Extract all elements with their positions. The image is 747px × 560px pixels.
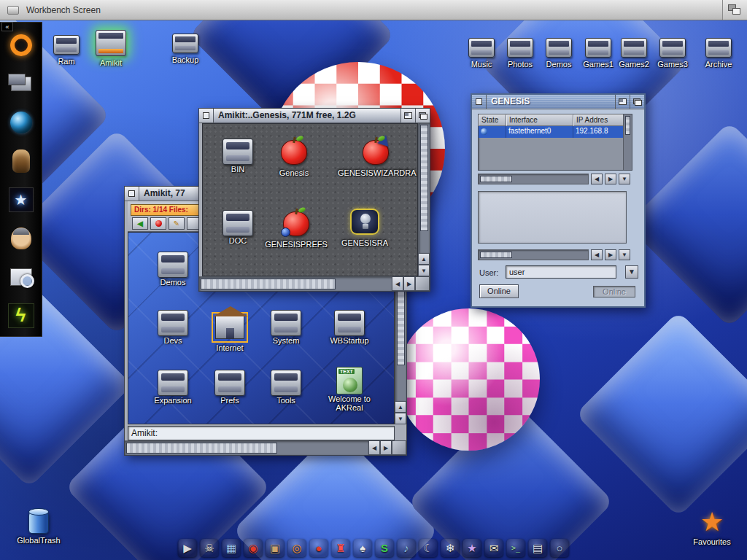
h-scroll-thumb[interactable]	[126, 443, 277, 454]
drawer-icon-internet[interactable]: Internet	[201, 310, 259, 352]
character-icon[interactable]	[5, 146, 37, 176]
close-gadget[interactable]	[472, 95, 487, 109]
scroll-left-button[interactable]: ◀	[392, 276, 403, 291]
scroll-down-button[interactable]: ▼	[395, 413, 406, 424]
user-popup-button[interactable]: ▼	[625, 265, 638, 279]
drawer-icon-wbstartup[interactable]: WBStartup	[320, 310, 379, 345]
dock-skull-icon[interactable]: ☠	[201, 539, 219, 557]
file-icon-genesiswizard[interactable]: GENESISWIZARDRA	[338, 140, 414, 177]
v-scroll-thumb[interactable]	[420, 125, 428, 231]
sparkle-icon[interactable]: ★	[5, 184, 37, 215]
col-header-ip[interactable]: IP Addres	[573, 114, 623, 126]
depth-gadget[interactable]	[415, 109, 430, 122]
dock-marble-icon[interactable]: ◉	[244, 539, 263, 557]
path-string-gadget[interactable]	[128, 426, 395, 440]
depth-gadget[interactable]	[630, 95, 644, 109]
scroll-down-button[interactable]: ▼	[418, 265, 430, 276]
close-gadget[interactable]	[125, 187, 139, 201]
detail-listbox[interactable]	[478, 191, 627, 244]
dock-snowflake-icon[interactable]: ❄	[441, 539, 460, 557]
scroll-left-button[interactable]: ◀	[368, 440, 380, 455]
scroll-left-button[interactable]: ◀	[591, 174, 603, 184]
col-header-interface[interactable]: Interface	[506, 114, 573, 126]
dock-bird-icon[interactable]: ♪	[398, 539, 416, 557]
drawer-icon-doc[interactable]: DOC	[209, 210, 267, 245]
globe-icon[interactable]	[5, 107, 37, 138]
close-gadget[interactable]	[199, 109, 214, 122]
scroll-down-button[interactable]: ▼	[619, 249, 630, 260]
h-scroll-thumb[interactable]	[480, 176, 512, 182]
table-v-scrollbar[interactable]	[623, 114, 632, 170]
dock-calculator-icon[interactable]: ▤	[529, 539, 547, 557]
dock-s-logo-icon[interactable]: S	[376, 539, 394, 557]
favourites-icon[interactable]: ★ Favourites	[684, 509, 740, 546]
table-row-selected[interactable]: fastethernet0 192.168.8	[479, 126, 632, 138]
resize-gadget[interactable]	[415, 276, 430, 291]
scroll-right-button[interactable]: ▶	[403, 276, 415, 291]
scroll-up-button[interactable]: ▲	[395, 401, 406, 413]
col-header-state[interactable]: State	[479, 114, 506, 126]
desktop-icon-backup[interactable]: Backup	[162, 34, 209, 64]
file-icon-genesisra[interactable]: GENESISRA	[336, 209, 394, 247]
file-icon-genesis[interactable]: Genesis	[265, 140, 323, 177]
drawer-titlebar[interactable]: Amikit:..Genesis, 771M free, 1.2G	[199, 109, 430, 123]
drawer-icon-prefs[interactable]: Prefs	[201, 370, 259, 405]
h-scrollbar[interactable]	[478, 249, 589, 260]
scroll-left-button[interactable]: ◀	[591, 249, 603, 260]
h-scroll-thumb[interactable]	[480, 252, 512, 258]
dock-chest-icon[interactable]: ▣	[266, 539, 285, 557]
scroll-up-button[interactable]: ▲	[418, 253, 430, 265]
dock-collapse-handle[interactable]: «	[1, 22, 13, 31]
dock-window-icon[interactable]: ▦	[222, 539, 241, 557]
v-scrollbar[interactable]	[418, 123, 430, 253]
dock-mouse-icon[interactable]: ▶	[179, 539, 197, 557]
h-scrollbar[interactable]	[199, 276, 392, 291]
dock-galaxy-icon[interactable]: ★	[463, 539, 481, 557]
drawer-icon-expansion[interactable]: Expansion	[144, 370, 202, 405]
dock-invader-icon[interactable]: ♜	[332, 539, 350, 557]
screen-titlebar[interactable]: Workbench Screen	[0, 0, 747, 20]
dock-terminal-icon[interactable]: >_	[507, 539, 525, 557]
edit-button[interactable]: ✎	[169, 217, 185, 230]
genesis-titlebar[interactable]: GENESiS	[472, 95, 644, 109]
dock-amikit-ring-icon[interactable]: ◎	[288, 539, 306, 557]
user-face-icon[interactable]	[5, 223, 37, 254]
desktop-icon-games3[interactable]: Games3	[649, 38, 696, 69]
drawer-icon-bin[interactable]: BIN	[209, 139, 267, 174]
amikit-logo-icon[interactable]	[5, 30, 37, 61]
scroll-down-button[interactable]: ▼	[619, 174, 630, 184]
global-trash-icon[interactable]: GlobalTrash	[13, 510, 64, 545]
scroll-right-button[interactable]: ▶	[605, 174, 616, 184]
file-icon-welcome[interactable]: Welcome to AKReal	[320, 367, 379, 412]
h-scrollbar[interactable]	[478, 174, 589, 184]
resize-gadget[interactable]	[392, 440, 406, 455]
dock-boing-ball-icon[interactable]: ●	[310, 539, 328, 557]
search-window-icon[interactable]	[5, 262, 37, 292]
user-input[interactable]	[506, 265, 616, 279]
desktop-icon-ram[interactable]: Ram	[43, 35, 90, 66]
dock-paw-icon[interactable]: ♠	[354, 539, 372, 557]
drawer-icon-demos[interactable]: Demos	[144, 252, 202, 287]
desktop-icon-amikit[interactable]: Amikit	[88, 30, 134, 67]
scroll-right-button[interactable]: ▶	[380, 440, 392, 455]
screen-depth-gadget[interactable]	[722, 0, 747, 20]
info-button[interactable]	[150, 217, 166, 230]
online-button[interactable]: Online	[479, 284, 519, 298]
zoom-gadget[interactable]	[615, 95, 630, 109]
drawer-icon-devs[interactable]: Devs	[144, 310, 202, 345]
table-v-thumb[interactable]	[625, 116, 630, 135]
h-scrollbar[interactable]	[125, 440, 368, 455]
scroll-right-button[interactable]: ▶	[605, 249, 616, 260]
drawer-icon-system[interactable]: System	[257, 310, 315, 345]
lightning-icon[interactable]: ϟ	[5, 300, 37, 331]
dock-search-icon[interactable]: ○	[551, 539, 569, 557]
desktop-icon-archive[interactable]: Archive	[695, 38, 742, 69]
zoom-gadget[interactable]	[400, 109, 415, 122]
file-icon-genesisprefs[interactable]: GENESISPREFS	[263, 211, 330, 249]
dock-envelope-icon[interactable]: ✉	[485, 539, 503, 557]
h-scroll-thumb[interactable]	[201, 279, 336, 289]
screens-icon[interactable]	[5, 69, 37, 99]
back-button[interactable]: ◀	[132, 217, 148, 230]
dock-cat-icon[interactable]: ☾	[419, 539, 438, 557]
drawer-icon-tools[interactable]: Tools	[257, 370, 315, 405]
